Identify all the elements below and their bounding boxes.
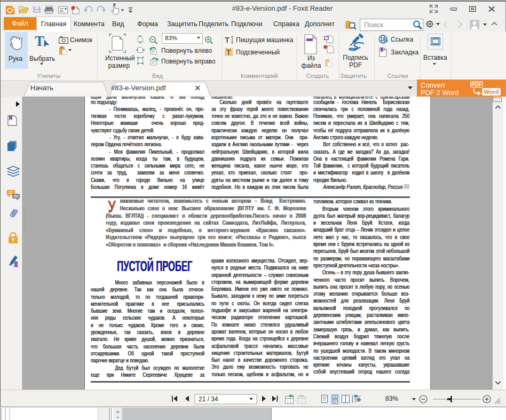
svg-text:T: T xyxy=(225,36,230,44)
svg-text:T: T xyxy=(35,34,44,49)
